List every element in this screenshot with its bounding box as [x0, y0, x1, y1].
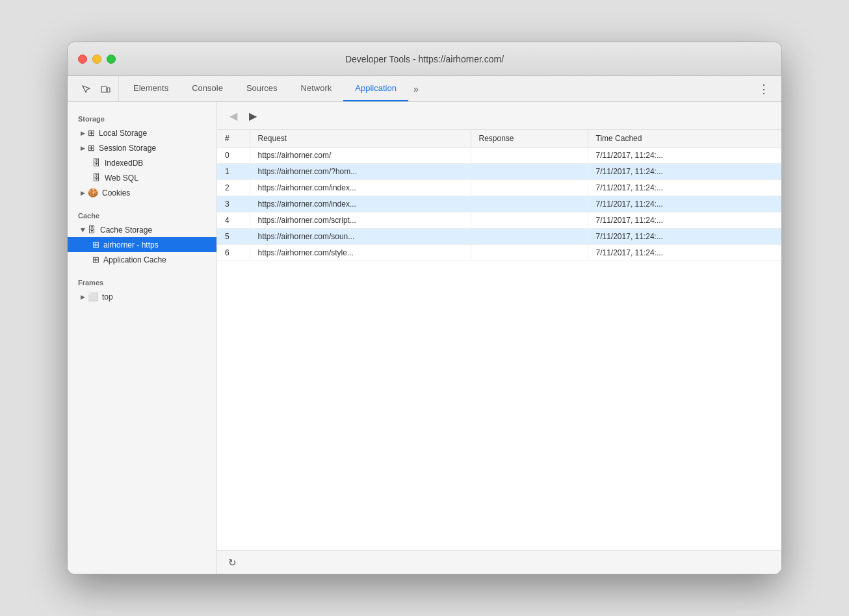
cell-response	[471, 196, 588, 212]
cell-request: https://airhorner.com/script...	[250, 212, 471, 229]
arrow-expanded-icon: ▶	[80, 227, 86, 232]
cell-time: 7/11/2017, 11:24:...	[588, 196, 781, 212]
cell-response	[471, 229, 588, 245]
maximize-button[interactable]	[107, 55, 116, 64]
cell-num: 2	[217, 180, 250, 196]
airhorner-icon: ⊞	[92, 240, 99, 250]
table-row[interactable]: 1 https://airhorner.com/?hom... 7/11/201…	[217, 164, 781, 180]
sidebar-item-cookies[interactable]: ▶ 🍪 Cookies	[68, 185, 216, 200]
inspect-icon[interactable]	[78, 81, 94, 97]
back-button[interactable]: ◀	[225, 107, 242, 124]
local-storage-icon: ⊞	[88, 128, 95, 138]
col-header-time: Time Cached	[588, 130, 781, 148]
tabbar: Elements Console Sources Network Applica…	[68, 76, 781, 102]
tab-network[interactable]: Network	[289, 76, 344, 101]
cell-response	[471, 148, 588, 164]
table-row[interactable]: 3 https://airhorner.com/index... 7/11/20…	[217, 196, 781, 212]
tab-application[interactable]: Application	[343, 76, 408, 101]
cell-request: https://airhorner.com/style...	[250, 245, 471, 261]
indexeddb-icon: 🗄	[92, 158, 101, 168]
table-row[interactable]: 2 https://airhorner.com/index... 7/11/20…	[217, 180, 781, 196]
cell-num: 6	[217, 245, 250, 261]
tab-console[interactable]: Console	[180, 76, 235, 101]
cell-request: https://airhorner.com/soun...	[250, 229, 471, 245]
cell-response	[471, 212, 588, 229]
tab-sources[interactable]: Sources	[235, 76, 289, 101]
cell-request: https://airhorner.com/index...	[250, 180, 471, 196]
tab-elements[interactable]: Elements	[122, 76, 180, 101]
sidebar-item-top[interactable]: ▶ ⬜ top	[68, 289, 216, 304]
cache-storage-label: Cache Storage	[100, 225, 152, 235]
device-toggle-icon[interactable]	[98, 81, 113, 97]
svg-rect-1	[107, 88, 110, 92]
cell-num: 4	[217, 212, 250, 229]
content-toolbar: ◀ ▶	[217, 102, 781, 130]
sidebar-item-app-cache[interactable]: ⊞ Application Cache	[68, 252, 216, 267]
col-header-request: Request	[250, 130, 471, 148]
frames-section-label: Frames	[68, 272, 216, 289]
websql-icon: 🗄	[92, 173, 101, 183]
minimize-button[interactable]	[92, 55, 101, 64]
cache-table: # Request Response Time Cached 0 https:/…	[217, 130, 781, 550]
sidebar-item-session-storage[interactable]: ▶ ⊞ Session Storage	[68, 140, 216, 155]
cell-response	[471, 245, 588, 261]
local-storage-label: Local Storage	[99, 129, 147, 138]
cookies-label: Cookies	[102, 188, 130, 198]
sidebar-item-websql[interactable]: 🗄 Web SQL	[68, 170, 216, 185]
storage-section-label: Storage	[68, 109, 216, 125]
devtools-menu-button[interactable]: ⋮	[751, 76, 776, 101]
arrow-icon: ▶	[81, 130, 85, 136]
cell-time: 7/11/2017, 11:24:...	[588, 245, 781, 261]
cell-time: 7/11/2017, 11:24:...	[588, 229, 781, 245]
reload-button[interactable]: ↻	[225, 556, 239, 570]
cell-num: 3	[217, 196, 250, 212]
forward-button[interactable]: ▶	[244, 107, 261, 124]
table-row[interactable]: 4 https://airhorner.com/script... 7/11/2…	[217, 212, 781, 229]
table-body: 0 https://airhorner.com/ 7/11/2017, 11:2…	[217, 148, 781, 261]
app-cache-label: Application Cache	[103, 255, 166, 264]
app-cache-icon: ⊞	[92, 255, 99, 264]
top-label: top	[102, 292, 113, 302]
sidebar-item-local-storage[interactable]: ▶ ⊞ Local Storage	[68, 125, 216, 140]
cell-time: 7/11/2017, 11:24:...	[588, 148, 781, 164]
devtools-icons	[73, 76, 119, 101]
window-title: Developer Tools - https://airhorner.com/	[345, 54, 504, 64]
cell-time: 7/11/2017, 11:24:...	[588, 180, 781, 196]
titlebar: Developer Tools - https://airhorner.com/	[68, 42, 781, 76]
indexeddb-label: IndexedDB	[105, 159, 143, 168]
col-header-response: Response	[471, 130, 588, 148]
cell-time: 7/11/2017, 11:24:...	[588, 212, 781, 229]
arrow-icon: ▶	[81, 294, 85, 300]
sidebar: Storage ▶ ⊞ Local Storage ▶ ⊞ Session St…	[68, 102, 217, 574]
cell-request: https://airhorner.com/?hom...	[250, 164, 471, 180]
table-row[interactable]: 5 https://airhorner.com/soun... 7/11/201…	[217, 229, 781, 245]
devtools-window: Developer Tools - https://airhorner.com/…	[67, 42, 782, 574]
sidebar-item-cache-storage[interactable]: ▶ 🗄 Cache Storage	[68, 222, 216, 237]
table-row[interactable]: 0 https://airhorner.com/ 7/11/2017, 11:2…	[217, 148, 781, 164]
websql-label: Web SQL	[105, 173, 138, 183]
table-row[interactable]: 6 https://airhorner.com/style... 7/11/20…	[217, 245, 781, 261]
content-panel: ◀ ▶ # Request Response Time Cached	[217, 102, 781, 574]
airhorner-label: airhorner - https	[103, 240, 159, 250]
cell-num: 0	[217, 148, 250, 164]
cell-response	[471, 164, 588, 180]
cell-num: 5	[217, 229, 250, 245]
cell-num: 1	[217, 164, 250, 180]
tabs-more-button[interactable]: »	[408, 76, 424, 101]
traffic-lights	[78, 55, 116, 64]
cell-request: https://airhorner.com/	[250, 148, 471, 164]
cell-request: https://airhorner.com/index...	[250, 196, 471, 212]
requests-table: # Request Response Time Cached 0 https:/…	[217, 130, 781, 261]
arrow-icon: ▶	[81, 190, 85, 196]
svg-rect-0	[101, 86, 107, 92]
table-header-row: # Request Response Time Cached	[217, 130, 781, 148]
session-storage-icon: ⊞	[88, 143, 95, 153]
cell-time: 7/11/2017, 11:24:...	[588, 164, 781, 180]
sidebar-item-indexeddb[interactable]: 🗄 IndexedDB	[68, 155, 216, 170]
close-button[interactable]	[78, 55, 87, 64]
cache-section-label: Cache	[68, 205, 216, 222]
cookies-icon: 🍪	[88, 188, 98, 198]
sidebar-item-airhorner[interactable]: ⊞ airhorner - https	[68, 237, 216, 252]
arrow-icon: ▶	[81, 145, 85, 151]
tabbar-spacer	[424, 76, 751, 101]
